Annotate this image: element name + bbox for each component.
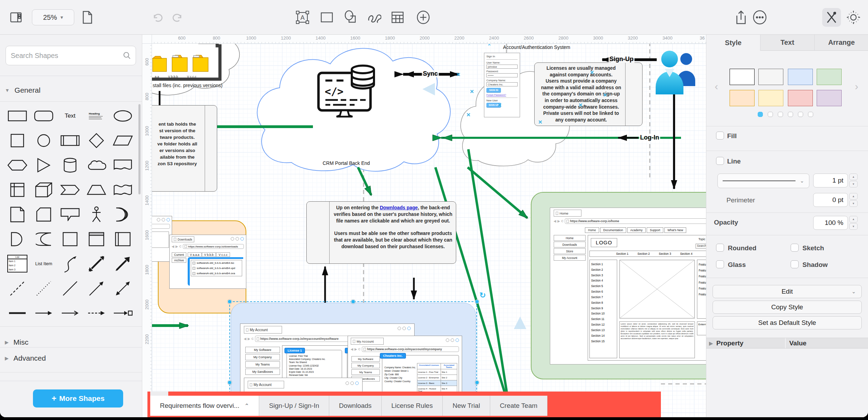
password-field[interactable]: •••••••• [486, 73, 518, 77]
sketch-mode-toggle[interactable] [822, 8, 841, 27]
downloads-note[interactable]: Up on entering the Downloads page, the b… [306, 201, 456, 264]
shape-and[interactable] [4, 227, 31, 251]
swatch-page-dot[interactable] [788, 112, 793, 117]
sign-in-button[interactable]: SIGN IN [486, 88, 501, 92]
shape-circle[interactable] [31, 128, 57, 153]
selection-handle[interactable] [228, 380, 232, 385]
swatch-page-dot[interactable] [778, 112, 783, 117]
shape-ellipse[interactable] [110, 103, 136, 128]
shape-diagonal-arrow[interactable] [83, 276, 110, 301]
theme-icon[interactable] [845, 9, 862, 26]
style-swatch[interactable] [758, 69, 783, 85]
home-browser[interactable]: Home ◀▶Chttps://www.software-corp.io/hom… [550, 208, 706, 364]
style-swatch[interactable] [730, 90, 755, 106]
shape-arrow[interactable] [31, 301, 57, 325]
shape-vertical-container[interactable] [110, 227, 136, 251]
insert-shape-icon[interactable] [415, 9, 432, 26]
line-width-stepper[interactable]: ▲▼ [849, 174, 858, 187]
diagram-canvas[interactable]: </> [142, 35, 706, 417]
shape-diagonal-double-arrow[interactable] [110, 276, 136, 301]
fill-checkbox[interactable] [716, 132, 724, 140]
shadow-checkbox[interactable] [791, 260, 799, 268]
selection-handle[interactable] [228, 300, 232, 304]
shape-container[interactable] [57, 227, 83, 251]
shape-arrow-to-box[interactable] [110, 301, 136, 325]
share-icon[interactable] [733, 9, 749, 26]
shape-trapezoid[interactable] [83, 177, 110, 202]
opacity-input[interactable]: 100 % [813, 216, 848, 230]
glass-checkbox[interactable] [716, 260, 724, 268]
company-field[interactable]: Cheaters Inc. [486, 82, 518, 86]
style-swatch[interactable] [817, 90, 842, 106]
shape-or[interactable] [110, 202, 136, 227]
page-tab[interactable]: Create Team⌃ [490, 396, 547, 416]
shape-triangle[interactable] [31, 153, 57, 177]
shape-data-storage[interactable] [31, 227, 57, 251]
shape-textbox[interactable]: Heading [83, 103, 110, 128]
selection-handle[interactable] [475, 380, 479, 385]
rotate-handle-icon[interactable]: ↻ [479, 291, 486, 300]
zoom-select[interactable]: 25%▾ [32, 9, 74, 25]
version-tabs[interactable]: V a.a.aV b.b.bV c.c.c [188, 252, 230, 257]
style-swatch[interactable] [788, 69, 813, 85]
format-tab[interactable]: Style [706, 35, 760, 51]
downloads-page-link[interactable]: Downloads page [380, 205, 418, 210]
property-table-header[interactable]: ▶Property Value [706, 338, 868, 348]
style-swatch[interactable] [758, 90, 783, 106]
shape-tool-icon[interactable] [342, 9, 359, 26]
topics[interactable]: Topic 1 Topic [698, 237, 706, 241]
swatch-prev-icon[interactable]: ‹ [715, 81, 718, 92]
shape-card[interactable] [31, 202, 57, 227]
section-general[interactable]: ▼General [0, 80, 142, 101]
opacity-stepper[interactable]: ▲▼ [849, 216, 858, 230]
page-tab[interactable]: Sign-Up / Sign-In⌃ [259, 396, 329, 416]
format-tab[interactable]: Arrange [814, 35, 868, 51]
style-swatch[interactable] [817, 69, 842, 85]
shape-cube[interactable] [31, 177, 57, 202]
shape-note[interactable] [4, 202, 31, 227]
sketch-checkbox[interactable] [791, 244, 799, 252]
shape-document[interactable] [110, 153, 136, 177]
shape-titled-container[interactable] [83, 227, 110, 251]
shape-actor[interactable] [83, 202, 110, 227]
log-in-edge-label[interactable]: Log-In [639, 134, 660, 141]
section-header-row[interactable]: Section 1Section 2Section 3Section 4 [589, 251, 706, 257]
shape-open-arrow[interactable] [57, 301, 83, 325]
shape-dashed-arrow[interactable] [83, 301, 110, 325]
rounded-checkbox[interactable] [716, 244, 724, 252]
format-tab[interactable]: Text [760, 35, 814, 51]
shape-dashed-line[interactable] [4, 276, 31, 301]
shape-parallelogram[interactable] [110, 128, 136, 153]
swatch-page-dot[interactable] [758, 112, 763, 117]
redo-icon[interactable] [169, 9, 186, 26]
text-tool-icon[interactable]: A [294, 9, 311, 26]
section-advanced[interactable]: ▶Advanced [0, 348, 142, 369]
sign-in-form[interactable]: Sign In User Name: johndoe Password: •••… [484, 53, 520, 117]
shape-curve[interactable] [57, 251, 83, 276]
swatch-next-icon[interactable]: › [855, 81, 858, 92]
shape-thick-line[interactable] [4, 301, 31, 325]
toggle-panel-icon[interactable] [8, 9, 24, 26]
license-note[interactable]: Licenses are usually managedagainst comp… [534, 62, 643, 126]
shape-square[interactable] [4, 128, 31, 153]
shape-internal-storage[interactable] [4, 177, 31, 202]
forgot-password-link[interactable]: Forgot Password? [486, 94, 518, 96]
more-actions-icon[interactable] [751, 9, 768, 26]
style-swatch[interactable] [788, 90, 813, 106]
home-sidenav[interactable]: HomeDownloadsStoreMy Account [554, 235, 586, 261]
set-default-style-button[interactable]: Set as Default Style [713, 316, 862, 329]
shape-cylinder[interactable] [57, 153, 83, 177]
shape-rounded-rectangle[interactable] [31, 103, 57, 128]
page-tab[interactable]: Downloads⌃ [329, 396, 382, 416]
search-shapes-input[interactable]: Search Shapes [6, 46, 136, 65]
shape-callout[interactable] [57, 202, 83, 227]
more-shapes-button[interactable]: +More Shapes [33, 389, 123, 408]
shape-tape[interactable] [110, 177, 136, 202]
line-style-select[interactable]: ⌄ [717, 174, 809, 188]
shape-diamond[interactable] [83, 128, 110, 153]
sidebar-scrollbar[interactable] [138, 104, 141, 194]
swatch-page-dot[interactable] [768, 112, 773, 117]
home-topnav[interactable]: HomeDocumentationAcademySupportWhat's Ne… [585, 227, 686, 233]
page-tab[interactable]: New Trial⌃ [443, 396, 490, 416]
shape-hexagon[interactable] [4, 153, 31, 177]
